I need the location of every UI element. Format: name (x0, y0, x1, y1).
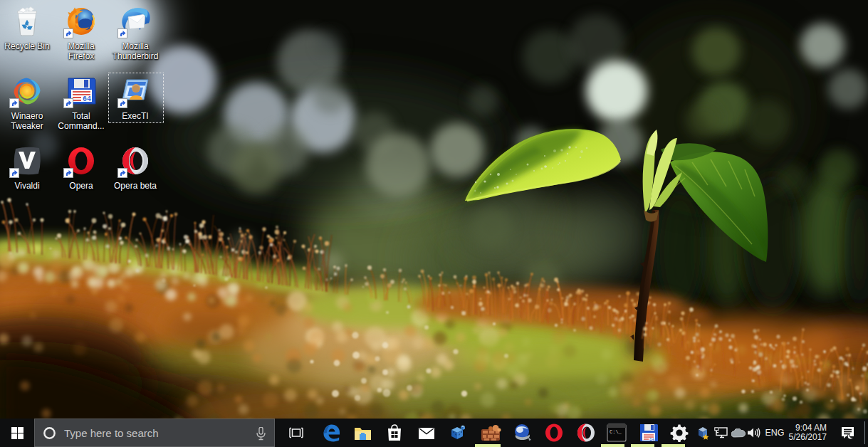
svg-text:64: 64 (83, 95, 91, 103)
svg-text:64: 64 (649, 437, 655, 442)
svg-text:C:\_: C:\_ (610, 429, 622, 435)
